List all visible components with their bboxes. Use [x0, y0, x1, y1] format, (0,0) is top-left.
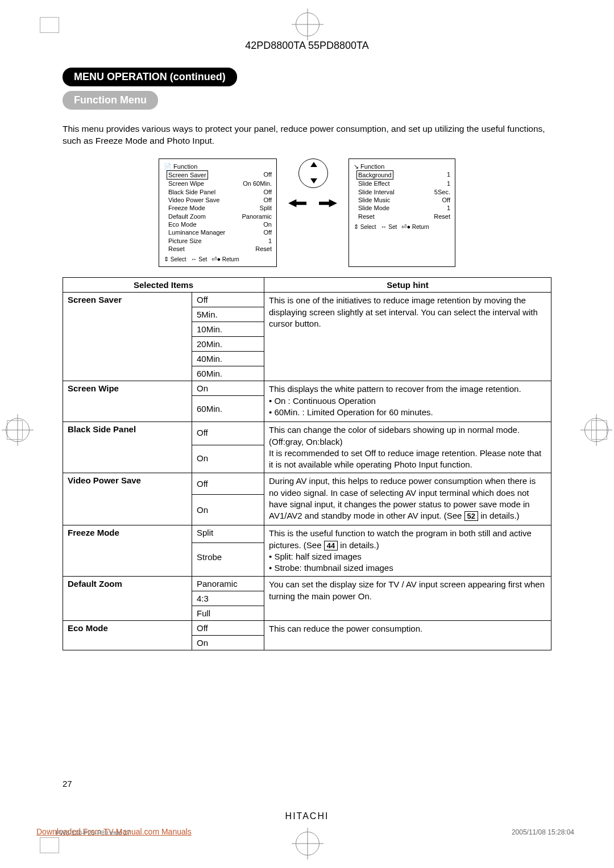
osd-title: 📄 Function	[164, 162, 272, 170]
nav-down-icon	[310, 178, 317, 183]
osd-title: ↘ Function	[354, 162, 450, 170]
osd-hint: ⇕ Select ↔ Set ⏎● Return	[164, 255, 272, 263]
opt: 4:3	[192, 591, 264, 606]
hint-black-side-panel: This can change the color of sidebars sh…	[264, 422, 551, 473]
leftright-icon: ↔	[381, 223, 387, 230]
hint-video-power-save: During AV input, this helps to reduce po…	[264, 473, 551, 525]
nav-up-icon	[310, 162, 317, 167]
page-number: 27	[63, 779, 72, 788]
page-ref: 52	[464, 511, 478, 521]
section-subtitle: Function Menu	[63, 91, 158, 110]
th-setup-hint: Setup hint	[264, 278, 551, 293]
opt: Off	[192, 621, 264, 636]
osd-illustration-row: 📄 Function Screen SaverOff Screen WipeOn…	[63, 158, 551, 268]
opt: 60Min.	[192, 366, 264, 381]
hint-default-zoom: You can set the display size for TV / AV…	[264, 577, 551, 621]
opt: 40Min.	[192, 352, 264, 366]
item-eco-mode: Eco Mode	[63, 621, 192, 650]
opt: Off	[192, 473, 264, 495]
nav-right-icon	[319, 199, 337, 207]
crop-mark	[40, 837, 59, 853]
opt: 60Min.	[192, 396, 264, 422]
opt: On	[192, 495, 264, 525]
remote-nav-illustration	[288, 158, 337, 232]
opt: Split	[192, 525, 264, 543]
print-timestamp: 2005/11/08 15:28:04	[512, 828, 574, 836]
section-title: MENU OPERATION (continued)	[63, 68, 237, 86]
nav-left-icon	[288, 199, 306, 207]
hint-eco-mode: This can reduce the power consumption.	[264, 621, 551, 650]
page-ref: 44	[324, 541, 338, 550]
th-selected-items: Selected Items	[63, 278, 264, 293]
opt: Off	[192, 422, 264, 445]
updown-icon: ⇕	[354, 223, 359, 230]
opt: Full	[192, 606, 264, 621]
imprint-filename: PW3-120-P25-P89.indd 27	[56, 829, 130, 836]
leftright-icon: ↔	[191, 256, 197, 262]
item-screen-wipe: Screen Wipe	[63, 381, 192, 422]
item-video-power-save: Video Power Save	[63, 473, 192, 525]
registration-mark	[6, 418, 30, 442]
osd-box-1: 📄 Function Screen SaverOff Screen WipeOn…	[159, 158, 277, 268]
updown-icon: ⇕	[164, 256, 169, 262]
item-freeze-mode: Freeze Mode	[63, 525, 192, 577]
opt: Panoramic	[192, 577, 264, 591]
hint-screen-saver: This is one of the initiatives to reduce…	[264, 293, 551, 381]
function-menu-table: Selected Items Setup hint Screen Saver O…	[63, 277, 551, 650]
registration-mark	[584, 418, 608, 442]
opt: 5Min.	[192, 307, 264, 322]
registration-mark	[296, 12, 320, 36]
registration-mark	[296, 832, 320, 856]
page-content: 42PD8800TA 55PD8800TA MENU OPERATION (co…	[63, 40, 551, 828]
return-icon: ⏎●	[401, 223, 410, 230]
intro-text: This menu provides various ways to prote…	[63, 123, 551, 147]
return-icon: ⏎●	[211, 256, 221, 262]
brand-footer: HITACHI	[285, 811, 329, 821]
osd-box-2: ↘ Function Background1 Slide Effect1 Sli…	[349, 158, 455, 268]
opt: On	[192, 381, 264, 396]
opt: Strobe	[192, 543, 264, 577]
item-screen-saver: Screen Saver	[63, 293, 192, 381]
model-header: 42PD8800TA 55PD8800TA	[63, 40, 551, 52]
opt: On	[192, 636, 264, 650]
opt: On	[192, 445, 264, 473]
hint-freeze-mode: This is the useful function to watch the…	[264, 525, 551, 577]
crop-mark	[40, 17, 59, 33]
item-black-side-panel: Black Side Panel	[63, 422, 192, 473]
opt: 10Min.	[192, 322, 264, 337]
hint-screen-wipe: This displays the white pattern to recov…	[264, 381, 551, 422]
opt: 20Min.	[192, 337, 264, 352]
opt: Off	[192, 293, 264, 307]
osd-hint: ⇕ Select ↔ Set ⏎● Return	[354, 223, 450, 231]
item-default-zoom: Default Zoom	[63, 577, 192, 621]
